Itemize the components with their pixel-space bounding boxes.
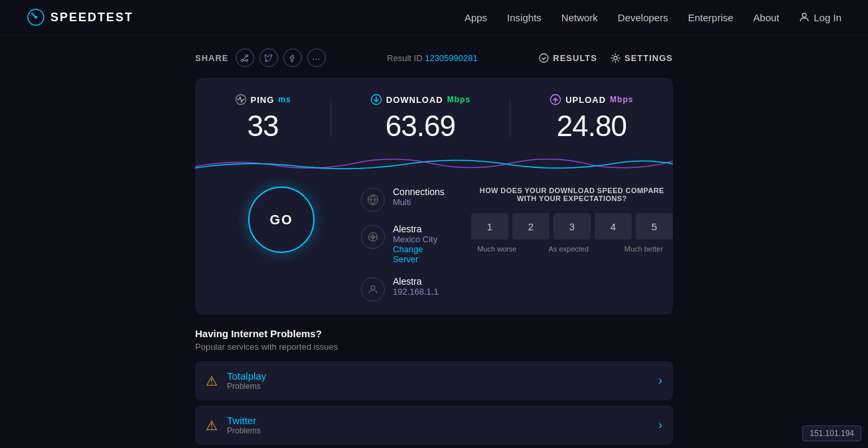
nav-insights[interactable]: Insights [507, 12, 542, 23]
divider-1 [330, 98, 331, 138]
share-twitter-button[interactable] [259, 48, 278, 67]
problem-name-twitter: Twitter [227, 415, 658, 426]
user-row: Alestra 192.168.1.1 [361, 276, 445, 301]
user-details: Alestra 192.168.1.1 [393, 276, 439, 297]
svg-point-9 [614, 56, 617, 60]
main-content: SHARE ··· Result ID 12305990281 [0, 35, 868, 448]
result-id: Result ID 12305990281 [387, 53, 478, 63]
svg-point-5 [246, 59, 248, 61]
connections-details: Connections Multi [393, 187, 445, 207]
logo-text: SPEEDTEST [50, 11, 133, 25]
user-ip: 192.168.1.1 [393, 287, 439, 297]
connections-row: Connections Multi [361, 187, 445, 212]
login-label: Log In [814, 12, 841, 23]
svg-point-16 [371, 286, 375, 290]
server-title: Alestra [393, 224, 445, 234]
nav-enterprise[interactable]: Enterprise [688, 12, 733, 23]
problem-info-totalplay: Totalplay Problems [227, 370, 658, 391]
speedtest-logo-icon [27, 8, 45, 27]
download-metric: DOWNLOAD Mbps 63.69 [370, 94, 470, 143]
warning-icon-twitter: ⚠ [206, 417, 218, 433]
logo[interactable]: SPEEDTEST [27, 8, 133, 27]
expectations-section: HOW DOES YOUR DOWNLOAD SPEED COMPARE WIT… [471, 187, 673, 301]
ping-metric: PING ms 33 [235, 94, 291, 143]
upload-metric: UPLOAD Mbps 24.80 [549, 94, 633, 143]
nav-about[interactable]: About [753, 12, 779, 23]
ip-badge: 151.101.194 [802, 425, 861, 441]
server-details: Alestra Mexico City Change Server [393, 224, 445, 264]
problems-section: Having Internet Problems? Popular servic… [195, 328, 673, 448]
svg-point-8 [540, 54, 548, 62]
divider-2 [510, 98, 510, 138]
user-title: Alestra [393, 276, 439, 287]
expectation-button-2[interactable]: 2 [512, 213, 549, 240]
problem-status-twitter: Problems [227, 426, 658, 435]
expectation-button-1[interactable]: 1 [471, 213, 508, 240]
arrow-icon-totalplay: › [658, 374, 662, 388]
problem-status-totalplay: Problems [227, 382, 658, 391]
user-icon-server [361, 277, 385, 301]
change-server-link[interactable]: Change Server [393, 244, 445, 264]
share-icons: ··· [236, 48, 326, 67]
gear-icon [611, 53, 620, 63]
arrow-icon-twitter: › [658, 418, 662, 432]
results-icon [539, 53, 549, 63]
share-more-button[interactable]: ··· [307, 48, 326, 67]
go-button[interactable]: GO [248, 187, 315, 253]
server-city: Mexico City [393, 234, 445, 244]
upload-value: 24.80 [557, 110, 626, 143]
share-link-button[interactable] [236, 48, 254, 67]
settings-button[interactable]: SETTINGS [611, 53, 673, 63]
svg-point-1 [35, 16, 37, 19]
problem-info-twitter: Twitter Problems [227, 415, 658, 435]
user-icon [799, 12, 810, 23]
share-right: RESULTS SETTINGS [539, 53, 673, 63]
speedtest-panel: PING ms 33 DOWNLOAD Mbps 63.69 [195, 78, 673, 315]
expectations-title: HOW DOES YOUR DOWNLOAD SPEED COMPARE WIT… [480, 187, 664, 202]
connections-icon [361, 188, 385, 212]
svg-point-4 [246, 54, 248, 56]
bottom-panel: GO Connections Multi [195, 173, 673, 315]
ping-value: 33 [248, 110, 279, 143]
expectations-labels: Much worse As expected Much better [471, 245, 673, 253]
nav-developers[interactable]: Developers [618, 12, 668, 23]
svg-line-6 [243, 56, 246, 60]
metrics-row: PING ms 33 DOWNLOAD Mbps 63.69 [195, 78, 673, 153]
share-bar: SHARE ··· Result ID 12305990281 [195, 48, 673, 67]
share-left: SHARE ··· [195, 48, 326, 67]
ping-icon [235, 94, 247, 106]
server-location-icon [361, 225, 385, 249]
expectations-buttons: 1 2 3 4 5 [471, 213, 673, 240]
server-info: Connections Multi Alestra Mexico City Ch… [361, 187, 445, 301]
expectation-button-4[interactable]: 4 [595, 213, 632, 240]
connections-title: Connections [393, 187, 445, 197]
label-much-worse: Much worse [474, 245, 520, 253]
results-button[interactable]: RESULTS [539, 53, 597, 63]
nav-apps[interactable]: Apps [465, 12, 487, 23]
problems-title: Having Internet Problems? [195, 328, 673, 339]
go-area: GO [215, 187, 348, 253]
share-facebook-button[interactable] [283, 48, 302, 67]
result-id-value: 12305990281 [425, 53, 478, 63]
label-as-expected: As expected [520, 245, 617, 253]
header: SPEEDTEST Apps Insights Network Develope… [0, 0, 868, 35]
problem-item-totalplay[interactable]: ⚠ Totalplay Problems › [195, 361, 673, 400]
download-value: 63.69 [386, 110, 455, 143]
upload-icon [549, 94, 561, 106]
expectation-button-3[interactable]: 3 [553, 213, 591, 240]
download-icon [370, 94, 382, 106]
expectation-button-5[interactable]: 5 [636, 213, 673, 240]
problem-item-twitter[interactable]: ⚠ Twitter Problems › [195, 406, 673, 445]
connections-value: Multi [393, 197, 445, 207]
nav-network[interactable]: Network [561, 12, 598, 23]
label-much-better: Much better [617, 245, 670, 253]
share-label: SHARE [195, 53, 229, 63]
svg-point-2 [802, 13, 806, 17]
warning-icon-totalplay: ⚠ [206, 373, 218, 389]
login-button[interactable]: Log In [799, 12, 841, 23]
main-nav: Apps Insights Network Developers Enterpr… [465, 12, 841, 23]
problems-subtitle: Popular services with reported issues [195, 342, 673, 352]
wave-container [195, 153, 673, 173]
problem-name-totalplay: Totalplay [227, 370, 658, 382]
server-row: Alestra Mexico City Change Server [361, 224, 445, 264]
